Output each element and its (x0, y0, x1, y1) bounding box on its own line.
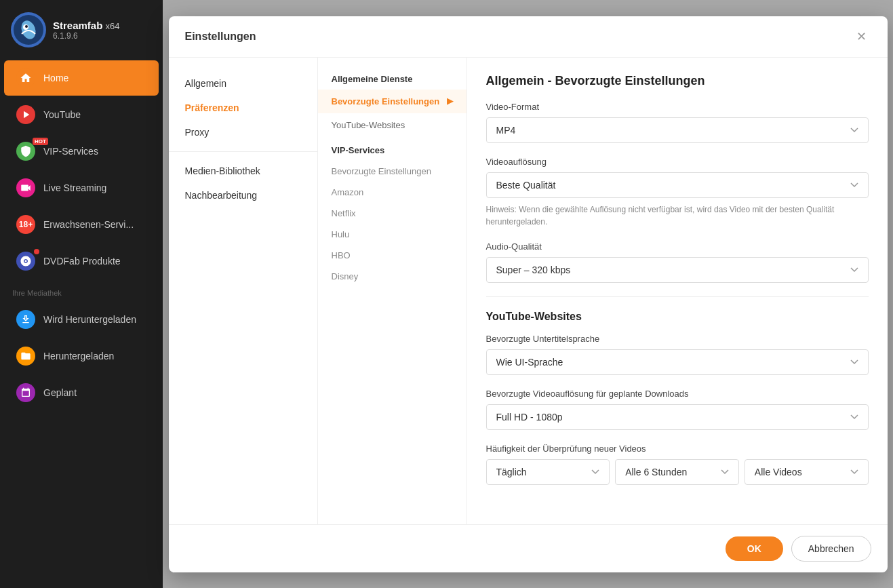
dvd-icon (16, 252, 35, 271)
middle-sub-item-disney[interactable]: Disney (318, 266, 467, 287)
dialog-body: Allgemein Präferenzen Proxy Medien-Bibli… (169, 58, 888, 524)
left-menu-praferenzen[interactable]: Präferenzen (169, 96, 317, 120)
check-frequency-group: Häufigkeit der Überprüfung neuer Videos … (486, 444, 869, 485)
downloaded-icon (16, 347, 35, 366)
video-resolution-label: Videoauflösung (486, 157, 869, 167)
middle-sub-item-hulu[interactable]: Hulu (318, 224, 467, 245)
main-content: Einstellungen ✕ Allgemein Präferenzen Pr… (163, 0, 893, 588)
app-logo: Streamfab x64 6.1.9.6 (0, 0, 163, 60)
sidebar-item-adult[interactable]: 18+ Erwachsenen-Servi... (4, 207, 159, 242)
resolution-hint: Hinweis: Wenn die gewählte Auflösung nic… (486, 203, 869, 228)
app-name: Streamfab x64 (53, 20, 120, 31)
svg-point-3 (25, 25, 28, 28)
sidebar-item-label-home: Home (43, 73, 68, 83)
dvd-badge-dot (34, 249, 39, 254)
dialog-header: Einstellungen ✕ (169, 16, 888, 58)
sidebar-item-youtube[interactable]: YouTube (4, 97, 159, 132)
sidebar-item-label-downloading: Wird Heruntergeladen (43, 314, 136, 325)
chevron-right-icon: ▶ (447, 96, 453, 106)
check-frequency-select-3[interactable]: Alle Videos (745, 459, 869, 485)
logo-text: Streamfab x64 6.1.9.6 (53, 20, 120, 41)
video-format-label: Video-Format (486, 102, 869, 112)
right-sub-title: YouTube-Websites (486, 311, 869, 323)
live-icon (16, 178, 35, 197)
vip-icon (16, 142, 35, 161)
library-section-label: Ihre Mediathek (0, 279, 163, 301)
middle-panel: Allgemeine Dienste Bevorzugte Einstellun… (318, 58, 467, 524)
youtube-icon (16, 105, 35, 124)
subtitle-lang-select[interactable]: Wie UI-Sprache Deutsch Englisch (486, 349, 869, 375)
sidebar-item-downloading[interactable]: Wird Heruntergeladen (4, 302, 159, 337)
sidebar-item-downloaded[interactable]: Heruntergeladen (4, 338, 159, 374)
planned-resolution-group: Bevorzugte Videoauflösung für geplante D… (486, 389, 869, 430)
sidebar-item-home[interactable]: Home (4, 60, 159, 96)
video-format-group: Video-Format MP4 MKV AVI (486, 102, 869, 143)
dialog-title: Einstellungen (185, 31, 256, 43)
sidebar-item-label-youtube: YouTube (43, 109, 81, 120)
left-menu-nachbearbeitung[interactable]: Nachbearbeitung (169, 183, 317, 208)
hot-badge: HOT (33, 138, 48, 145)
subtitle-lang-label: Bevorzugte Untertitelsprache (486, 334, 869, 344)
sidebar-item-vip[interactable]: VIP-Services HOT (4, 134, 159, 169)
right-main-title: Allgemein - Bevorzugte Einstellungen (486, 74, 869, 88)
sidebar-item-planned[interactable]: Geplant (4, 375, 159, 410)
sidebar-item-label-dvd: DVDFab Produkte (43, 256, 121, 267)
middle-section-label-1: Allgemeine Dienste (318, 71, 467, 90)
left-menu-divider (169, 151, 317, 152)
middle-sub-item-amazon[interactable]: Amazon (318, 182, 467, 203)
middle-sub-item-vip-bevorzugte[interactable]: Bevorzugte Einstellungen (318, 161, 467, 182)
logo-icon (11, 12, 46, 47)
check-frequency-select-2[interactable]: Alle 6 Stunden (615, 459, 739, 485)
audio-quality-label: Audio-Qualität (486, 241, 869, 252)
settings-dialog: Einstellungen ✕ Allgemein Präferenzen Pr… (169, 16, 888, 572)
video-format-select[interactable]: MP4 MKV AVI (486, 117, 869, 143)
sidebar-item-label-live: Live Streaming (43, 182, 106, 193)
sidebar-item-live[interactable]: Live Streaming (4, 170, 159, 205)
ok-button[interactable]: OK (726, 536, 783, 561)
subtitle-lang-group: Bevorzugte Untertitelsprache Wie UI-Spra… (486, 334, 869, 375)
left-menu-proxy[interactable]: Proxy (169, 120, 317, 144)
dialog-footer: OK Abbrechen (169, 524, 888, 572)
cancel-button[interactable]: Abbrechen (791, 536, 871, 562)
planned-resolution-label: Bevorzugte Videoauflösung für geplante D… (486, 389, 869, 399)
middle-item-youtube-websites[interactable]: YouTube-Websites (318, 113, 467, 137)
middle-section-label-2: VIP-Services (318, 137, 467, 161)
sidebar-item-dvd[interactable]: DVDFab Produkte (4, 243, 159, 279)
sidebar-item-label-planned: Geplant (43, 387, 77, 398)
planned-resolution-select[interactable]: Full HD - 1080p HD - 720p Beste Qualität (486, 404, 869, 430)
left-menu-medien[interactable]: Medien-Bibliothek (169, 159, 317, 183)
section-divider (486, 296, 869, 297)
sidebar: Streamfab x64 6.1.9.6 Home YouTube VIP-S… (0, 0, 163, 588)
check-frequency-label: Häufigkeit der Überprüfung neuer Videos (486, 444, 869, 454)
download-icon (16, 310, 35, 329)
check-frequency-select-1[interactable]: Täglich (486, 459, 610, 485)
right-panel: Allgemein - Bevorzugte Einstellungen Vid… (467, 58, 888, 524)
left-menu-allgemein[interactable]: Allgemein (169, 71, 317, 96)
adult-icon: 18+ (16, 215, 35, 234)
app-version: 6.1.9.6 (53, 31, 120, 41)
sidebar-item-label-adult: Erwachsenen-Servi... (43, 219, 134, 230)
middle-sub-item-hbo[interactable]: HBO (318, 245, 467, 266)
dialog-overlay: Einstellungen ✕ Allgemein Präferenzen Pr… (163, 0, 893, 588)
sidebar-item-label-downloaded: Heruntergeladen (43, 351, 114, 361)
video-resolution-group: Videoauflösung Beste Qualität Full HD - … (486, 157, 869, 228)
sidebar-nav: Home YouTube VIP-Services HOT Live Strea… (0, 60, 163, 588)
middle-sub-item-netflix[interactable]: Netflix (318, 203, 467, 224)
video-resolution-select[interactable]: Beste Qualität Full HD - 1080p HD - 720p (486, 172, 869, 198)
planned-icon (16, 383, 35, 402)
audio-quality-group: Audio-Qualität Super – 320 kbps Hohe Qua… (486, 241, 869, 283)
close-button[interactable]: ✕ (852, 27, 871, 46)
audio-quality-select[interactable]: Super – 320 kbps Hohe Qualität – 256 kbp… (486, 257, 869, 283)
middle-item-bevorzugte[interactable]: Bevorzugte Einstellungen ▶ (318, 90, 467, 113)
left-panel: Allgemein Präferenzen Proxy Medien-Bibli… (169, 58, 318, 524)
sidebar-item-label-vip: VIP-Services (43, 146, 98, 157)
home-icon (16, 68, 35, 87)
